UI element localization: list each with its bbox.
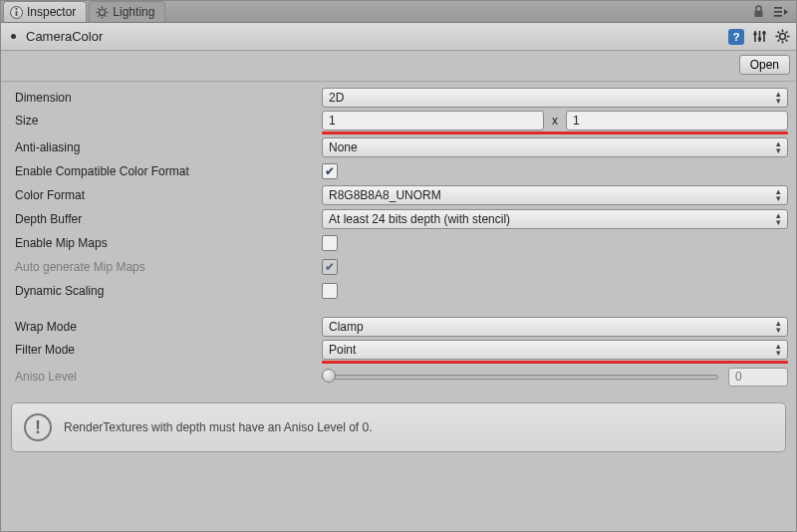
svg-point-2	[15, 7, 17, 9]
check-icon: ✔	[325, 260, 335, 274]
chevron-updown-icon: ▴▾	[776, 212, 781, 226]
depth-buffer-select[interactable]: At least 24 bits depth (with stencil) ▴▾	[322, 209, 788, 229]
tab-inspector-label: Inspector	[27, 5, 76, 19]
svg-rect-13	[774, 7, 782, 9]
open-button[interactable]: Open	[739, 55, 790, 75]
asset-header: CameraColor ?	[1, 23, 796, 51]
check-icon: ✔	[325, 164, 335, 178]
filter-mode-select[interactable]: Point ▴▾	[322, 340, 788, 360]
auto-mip-checkbox: ✔	[322, 259, 338, 275]
svg-line-8	[99, 8, 100, 9]
highlight-size	[322, 132, 788, 134]
svg-rect-1	[16, 11, 18, 16]
size-x-label: x	[550, 114, 560, 128]
antialiasing-value: None	[329, 140, 776, 154]
aniso-level-slider	[322, 368, 718, 386]
label-size: Size	[9, 114, 322, 128]
highlight-filter-mode	[322, 361, 788, 364]
tab-lighting[interactable]: Lighting	[89, 1, 165, 22]
label-auto-mip: Auto generate Mip Maps	[9, 260, 322, 274]
label-color-format: Color Format	[9, 188, 322, 202]
chevron-updown-icon: ▴▾	[776, 91, 781, 105]
size-height-input[interactable]: 1	[566, 111, 788, 131]
svg-line-10	[106, 8, 107, 9]
chevron-updown-icon: ▴▾	[776, 320, 781, 334]
label-antialiasing: Anti-aliasing	[9, 140, 322, 154]
info-circle-icon: !	[24, 413, 52, 441]
preset-icon[interactable]	[752, 29, 767, 44]
dimension-value: 2D	[329, 91, 776, 105]
panel-menu-icon[interactable]	[774, 6, 788, 18]
svg-point-20	[758, 37, 762, 41]
label-dynamic-scaling: Dynamic Scaling	[9, 284, 322, 298]
chevron-updown-icon: ▴▾	[776, 140, 781, 154]
size-height-value: 1	[573, 114, 580, 128]
enable-compat-checkbox[interactable]: ✔	[322, 163, 338, 179]
sun-icon	[96, 6, 109, 19]
slider-thumb	[322, 369, 336, 383]
label-filter-mode: Filter Mode	[9, 343, 322, 357]
wrap-mode-select[interactable]: Clamp ▴▾	[322, 317, 788, 337]
size-width-value: 1	[329, 114, 336, 128]
info-icon	[10, 6, 23, 19]
svg-line-9	[106, 15, 107, 16]
asset-name: CameraColor	[26, 29, 103, 44]
antialiasing-select[interactable]: None ▴▾	[322, 137, 788, 157]
label-enable-mip: Enable Mip Maps	[9, 236, 322, 250]
svg-line-11	[99, 15, 100, 16]
open-row: Open	[1, 51, 796, 82]
tab-inspector[interactable]: Inspector	[3, 1, 87, 22]
enable-mip-checkbox[interactable]	[322, 235, 338, 251]
svg-point-19	[753, 32, 757, 36]
svg-line-27	[778, 32, 780, 34]
tabbar-right	[753, 5, 796, 18]
svg-rect-12	[755, 11, 763, 18]
color-format-select[interactable]: R8G8B8A8_UNORM ▴▾	[322, 185, 788, 205]
header-icons: ?	[728, 29, 790, 45]
info-box: ! RenderTextures with depth must have an…	[11, 402, 786, 452]
svg-rect-14	[774, 11, 782, 13]
slider-track	[322, 375, 718, 380]
help-icon[interactable]: ?	[728, 29, 744, 45]
label-aniso-level: Aniso Level	[9, 370, 322, 384]
dimension-select[interactable]: 2D ▴▾	[322, 88, 788, 108]
aniso-level-value: 0	[728, 368, 788, 387]
svg-line-30	[778, 40, 780, 42]
svg-rect-15	[774, 15, 782, 17]
svg-point-3	[100, 9, 106, 15]
properties-panel: Dimension 2D ▴▾ Size 1 x 1	[1, 82, 796, 395]
svg-point-21	[762, 31, 766, 35]
chevron-updown-icon: ▴▾	[776, 188, 781, 202]
label-enable-compat: Enable Compatible Color Format	[9, 164, 322, 178]
asset-type-icon	[11, 34, 16, 39]
lock-icon[interactable]	[753, 5, 764, 18]
depth-buffer-value: At least 24 bits depth (with stencil)	[329, 212, 776, 226]
svg-line-29	[786, 32, 788, 34]
label-wrap-mode: Wrap Mode	[9, 320, 322, 334]
svg-line-28	[786, 40, 788, 42]
gear-icon[interactable]	[775, 29, 790, 44]
filter-mode-value: Point	[329, 343, 776, 357]
tab-bar: Inspector Lighting	[1, 1, 796, 23]
wrap-mode-value: Clamp	[329, 320, 776, 334]
size-width-input[interactable]: 1	[322, 111, 544, 131]
dynamic-scaling-checkbox[interactable]	[322, 283, 338, 299]
info-message: RenderTextures with depth must have an A…	[64, 420, 373, 434]
label-dimension: Dimension	[9, 91, 322, 105]
color-format-value: R8G8B8A8_UNORM	[329, 188, 776, 202]
chevron-updown-icon: ▴▾	[776, 343, 781, 357]
tab-lighting-label: Lighting	[113, 5, 154, 19]
label-depth-buffer: Depth Buffer	[9, 212, 322, 226]
svg-point-22	[780, 34, 786, 40]
